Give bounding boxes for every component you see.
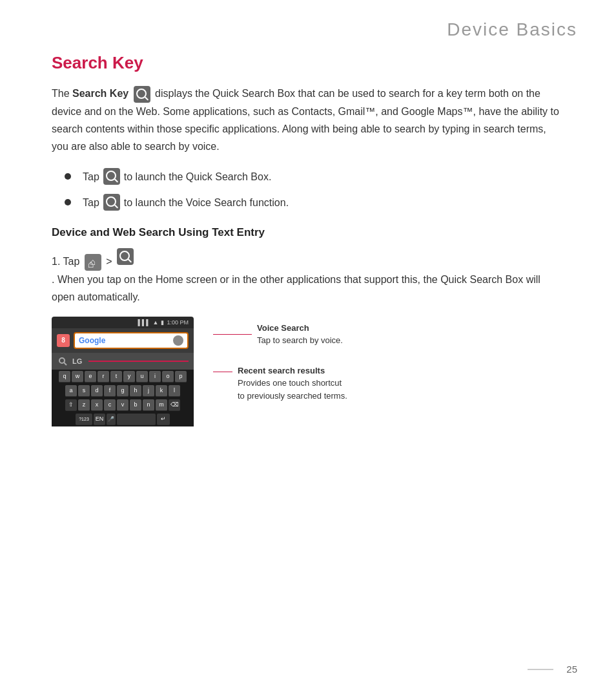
key-lang: EN [94, 414, 105, 425]
key-mic-kbd: 🎤 [107, 414, 116, 425]
step1-suffix: . When you tap on the Home screen or in … [52, 271, 564, 306]
key-x: x [91, 399, 103, 411]
time-display: 1:00 PM [167, 319, 189, 326]
google-logo: Google [79, 336, 105, 345]
voice-search-label: Voice Search [257, 323, 343, 333]
key-k: k [156, 385, 167, 397]
mic-icon [173, 335, 183, 346]
key-sym: ?123 [76, 414, 92, 425]
key-r: r [98, 371, 109, 383]
bullet-text-1: to launch the Quick Search Box. [124, 169, 272, 185]
step1-search-icon [117, 248, 134, 265]
recent-results-label: Recent search results [238, 366, 347, 375]
phone-keyboard: q w e r t y u i o p a s d f g h [52, 370, 194, 426]
key-i: i [149, 371, 161, 383]
key-a: a [65, 385, 77, 397]
status-icons: ▌▌▌ ▲ ▮ 1:00 PM [138, 319, 189, 326]
step1-gt: > [106, 253, 112, 270]
app-icon-label: 8 [61, 337, 65, 344]
key-t: t [110, 371, 122, 383]
phone-status-bar: ▌▌▌ ▲ ▮ 1:00 PM [52, 317, 194, 328]
intro-paragraph: The Search Key displays the Quick Search… [52, 85, 564, 155]
key-backspace: ⌫ [169, 399, 180, 411]
key-f: f [104, 385, 116, 397]
annotation-line-connector-2 [213, 372, 232, 372]
annotation-voice-content: Voice Search Tap to search by voice. [257, 323, 343, 347]
voice-search-desc: Tap to search by voice. [257, 334, 343, 347]
phone-area: ▌▌▌ ▲ ▮ 1:00 PM 8 Google [52, 317, 564, 426]
key-l: l [169, 385, 180, 397]
key-s: s [78, 385, 90, 397]
signal-bars: ▌▌▌ [138, 319, 150, 326]
annotation-recent-content: Recent search results Provides one touch… [238, 366, 347, 402]
page-header-title: Device Basics [0, 0, 616, 47]
app-icon-red: 8 [57, 334, 70, 347]
key-enter: ↵ [157, 414, 170, 425]
annotation-line-1: Voice Search Tap to search by voice. [213, 323, 564, 347]
step-1-text: 1. Tap ⌂ > . When you tap on the Home sc… [52, 248, 564, 306]
key-u: u [136, 371, 148, 383]
battery-icon: ▮ [161, 319, 164, 326]
key-m: m [156, 399, 167, 411]
key-d: d [91, 385, 103, 397]
bullet-item-1: Tap to launch the Quick Search Box. [65, 168, 564, 185]
key-j: j [143, 385, 154, 397]
key-space [117, 414, 156, 425]
search-underline [88, 361, 189, 362]
bullet-dot-2 [65, 199, 71, 205]
page-footer: 25 [528, 664, 577, 675]
bullet-list: Tap to launch the Quick Search Box. Tap … [65, 168, 564, 211]
kbd-row-3: ⇧ z x c v b n m ⌫ [52, 398, 194, 412]
phone-recent-row: LG [52, 353, 194, 370]
home-icon: ⌂ [85, 254, 101, 271]
page-number: 25 [566, 664, 577, 675]
bullet-item-2: Tap to launch the Voice Search function. [65, 194, 564, 211]
annotation-line-connector-1 [213, 334, 252, 335]
key-p: p [175, 371, 187, 383]
svg-line-1 [64, 363, 67, 365]
section-title: Search Key [52, 53, 564, 73]
key-o: o [162, 371, 174, 383]
recent-search-annotation: Recent search results Provides one touch… [213, 366, 564, 402]
key-w: w [72, 371, 83, 383]
wifi-icon: ▲ [153, 319, 159, 326]
kbd-row-4: ?123 EN 🎤 ↵ [52, 412, 194, 426]
key-b: b [130, 399, 141, 411]
bullet-search-icon-1 [103, 168, 120, 185]
key-g: g [117, 385, 128, 397]
key-shift: ⇧ [65, 399, 77, 411]
key-q: q [59, 371, 70, 383]
bullet-tap-label-2: Tap [83, 195, 99, 211]
search-svg [58, 357, 67, 366]
key-z: z [78, 399, 90, 411]
search-key-icon [134, 86, 150, 103]
step1-prefix: 1. Tap [52, 253, 79, 270]
subsection-title: Device and Web Search Using Text Entry [52, 226, 564, 239]
key-y: y [123, 371, 135, 383]
intro-bold: Search Key [72, 88, 128, 99]
bullet-tap-label-1: Tap [83, 169, 99, 185]
google-search-box: Google [74, 332, 189, 349]
annotations-area: Voice Search Tap to search by voice. Rec… [213, 317, 564, 426]
key-n: n [143, 399, 154, 411]
key-v: v [117, 399, 128, 411]
key-e: e [85, 371, 96, 383]
bullet-text-2: to launch the Voice Search function. [124, 195, 289, 211]
svg-point-0 [59, 358, 65, 363]
recent-results-desc: Provides one touch shortcutto previously… [238, 377, 347, 402]
lg-brand-text: LG [72, 357, 82, 365]
key-h: h [130, 385, 141, 397]
bullet-dot-1 [65, 173, 71, 180]
intro-text-part1: The [52, 88, 72, 99]
annotation-line-2: Recent search results Provides one touch… [213, 366, 564, 402]
search-small-icon [57, 355, 68, 367]
kbd-row-1: q w e r t y u i o p [52, 370, 194, 384]
phone-screenshot: ▌▌▌ ▲ ▮ 1:00 PM 8 Google [52, 317, 194, 426]
kbd-row-2: a s d f g h j k l [52, 384, 194, 398]
voice-search-annotation: Voice Search Tap to search by voice. [213, 323, 564, 347]
key-c: c [104, 399, 116, 411]
phone-search-row: 8 Google [52, 328, 194, 353]
bullet-search-icon-2 [103, 194, 120, 211]
footer-divider [528, 669, 553, 670]
